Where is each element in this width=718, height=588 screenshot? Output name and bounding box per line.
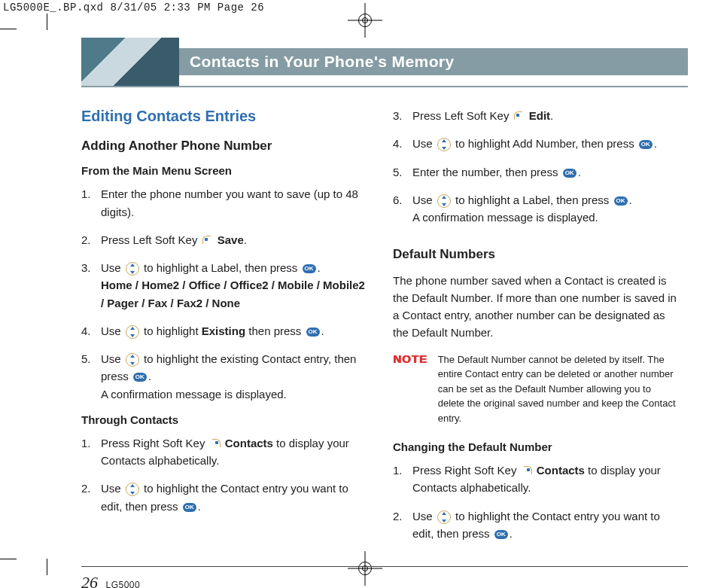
step-text: then press <box>245 324 304 337</box>
step-text: A confirmation message is displayed. <box>412 211 598 224</box>
section-heading: Editing Contacts Entries <box>81 107 367 125</box>
model-name: LG5000 <box>105 580 140 588</box>
step-text: . <box>510 527 513 540</box>
procedure-heading: From the Main Menu Screen <box>81 164 367 178</box>
page-footer: 26 LG5000 <box>81 566 688 588</box>
nav-key-icon <box>437 138 451 151</box>
left-column: Editing Contacts Entries Adding Another … <box>81 107 367 553</box>
step: Press Left Soft Key Edit. <box>393 107 679 124</box>
label-options: Home / Home2 / Office / Office2 / Mobile… <box>101 279 365 309</box>
left-soft-key-icon <box>202 236 213 246</box>
note-label: NOTE <box>393 352 427 426</box>
step-text: Use <box>412 510 436 522</box>
step-text: . <box>321 324 324 337</box>
step-text: Use <box>412 137 436 150</box>
key-label: Existing <box>202 324 245 337</box>
step: Use to highlight a Label, then press . H… <box>81 259 367 312</box>
step-text: to highlight Add Number, then press <box>455 137 637 150</box>
steps-continued: Press Left Soft Key Edit. Use to highlig… <box>393 107 679 226</box>
step-text: Use <box>101 482 124 495</box>
step-text: . <box>550 109 553 122</box>
step-text: Use <box>101 352 124 365</box>
step-text: Press Right Soft Key <box>101 437 208 449</box>
ok-key-icon <box>639 140 653 149</box>
step-text: . <box>148 370 151 382</box>
nav-key-icon <box>126 353 139 367</box>
crop-mark <box>0 559 17 559</box>
step-text: Press Right Soft Key <box>412 464 520 477</box>
nav-key-icon <box>126 325 139 339</box>
steps-main-menu: Enter the phone number you want to save … <box>81 185 367 403</box>
ok-key-icon <box>133 373 147 382</box>
ok-key-icon <box>494 530 508 539</box>
step: Press Right Soft Key Contacts to display… <box>81 434 367 470</box>
step-text: Use <box>101 324 124 337</box>
crop-mark <box>47 559 47 575</box>
step-text: Use <box>412 193 436 206</box>
crop-mark <box>0 29 17 29</box>
chapter-banner: Contacts in Your Phone's Memory <box>81 38 688 86</box>
nav-key-icon <box>126 483 139 496</box>
step-text: . <box>629 193 632 206</box>
step: Use to highlight a Label, then press . A… <box>393 191 679 227</box>
right-soft-key-icon <box>522 466 532 477</box>
step-text: to highlight a Label, then press <box>455 193 612 206</box>
step-text: Press Left Soft Key <box>412 109 513 122</box>
nav-key-icon <box>437 510 451 524</box>
key-label: Contacts <box>537 464 585 477</box>
step-text: to highlight <box>144 324 202 337</box>
ok-key-icon <box>614 197 628 206</box>
procedure-heading: Changing the Default Number <box>393 440 679 454</box>
step-text: Use <box>101 261 124 274</box>
step-text: . <box>654 137 657 150</box>
manual-page: LG5000E_.BP.qxd 8/31/05 2:33 PM Page 26 … <box>0 0 718 588</box>
page-content: Contacts in Your Phone's Memory Editing … <box>81 38 688 588</box>
step-text: . <box>244 233 247 246</box>
registration-mark-top <box>348 3 382 38</box>
step: Use to highlight Existing then press . <box>81 322 367 340</box>
step-text: . <box>318 261 321 274</box>
step: Use to highlight the Contact entry you w… <box>81 480 367 515</box>
step-text: Press Left Soft Key <box>101 233 201 246</box>
step-text: . <box>578 166 581 178</box>
right-column: Press Left Soft Key Edit. Use to highlig… <box>393 107 679 553</box>
steps-change-default: Press Right Soft Key Contacts to display… <box>393 462 679 542</box>
step: Use to highlight the existing Contact en… <box>81 350 367 403</box>
step-text: Enter the phone number you want to save … <box>101 187 358 218</box>
key-label: Edit <box>529 109 550 122</box>
procedure-heading: Through Contacts <box>81 413 367 427</box>
chapter-title: Contacts in Your Phone's Memory <box>179 48 688 75</box>
right-soft-key-icon <box>210 439 221 449</box>
crop-mark <box>47 14 47 30</box>
subsection-heading: Adding Another Phone Number <box>81 139 367 154</box>
note-text: The Default Number cannot be deleted by … <box>438 352 679 426</box>
key-label: Save <box>218 233 244 246</box>
steps-through-contacts: Press Right Soft Key Contacts to display… <box>81 434 367 515</box>
page-number: 26 <box>81 573 98 588</box>
step-text: A confirmation message is displayed. <box>101 388 287 401</box>
step: Press Left Soft Key Save. <box>81 231 367 248</box>
step: Enter the phone number you want to save … <box>81 185 367 221</box>
ok-key-icon <box>303 264 316 273</box>
step: Press Right Soft Key Contacts to display… <box>393 462 679 497</box>
ok-key-icon <box>306 328 320 337</box>
banner-photo <box>81 38 179 86</box>
banner-rule <box>81 86 688 87</box>
step-text: to highlight a Label, then press <box>144 261 300 274</box>
step: Use to highlight Add Number, then press … <box>393 135 679 152</box>
key-label: Contacts <box>225 437 273 449</box>
step-text: . <box>198 500 201 513</box>
note-block: NOTE The Default Number cannot be delete… <box>393 352 679 426</box>
step-text: Enter the number, then press <box>412 166 561 178</box>
subsection-heading: Default Numbers <box>393 247 679 262</box>
nav-key-icon <box>437 194 451 208</box>
print-slug: LG5000E_.BP.qxd 8/31/05 2:33 PM Page 26 <box>0 0 267 15</box>
nav-key-icon <box>126 262 139 276</box>
step: Use to highlight the Contact entry you w… <box>393 507 679 543</box>
step: Enter the number, then press . <box>393 163 679 181</box>
left-soft-key-icon <box>514 111 525 122</box>
body-text: The phone number saved when a Contact is… <box>393 272 679 342</box>
ok-key-icon <box>183 503 196 512</box>
ok-key-icon <box>563 169 577 178</box>
